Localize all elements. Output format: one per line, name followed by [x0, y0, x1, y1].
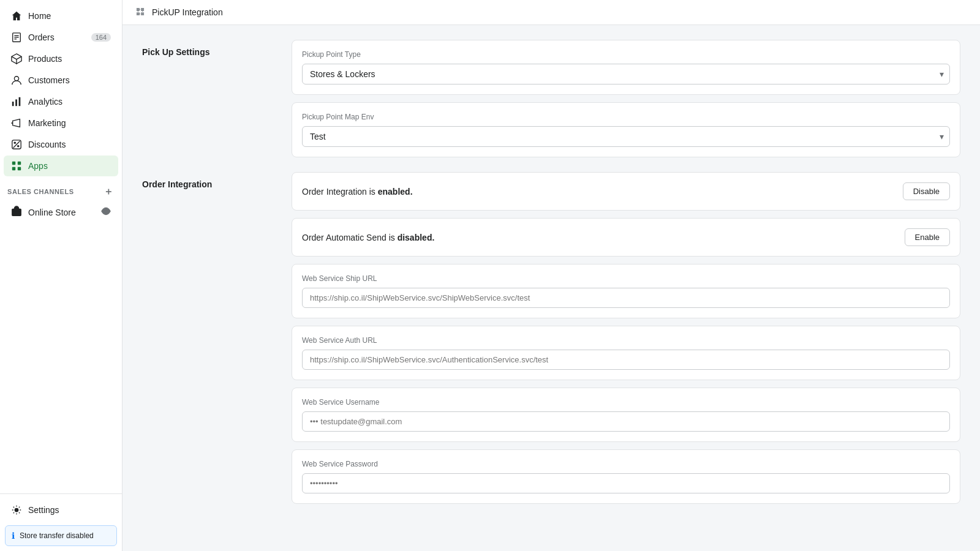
apps-icon [11, 160, 22, 171]
home-icon [11, 10, 22, 21]
sidebar-item-home-label: Home [28, 11, 51, 21]
sidebar-item-settings[interactable]: Settings [4, 500, 118, 520]
sidebar-item-orders-label: Orders [28, 32, 55, 42]
sales-channels-section-header: SALES CHANNELS ＋ [0, 177, 122, 200]
order-integration-status-word: enabled. [378, 187, 413, 197]
sidebar-item-apps-label: Apps [28, 161, 48, 171]
pickup-point-type-card: Pickup Point Type Stores & Lockers Store… [292, 40, 960, 95]
web-service-auth-url-card: Web Service Auth URL [292, 326, 960, 380]
sidebar-item-analytics-label: Analytics [28, 97, 62, 107]
analytics-icon [11, 96, 22, 107]
sales-channels-label: SALES CHANNELS [7, 188, 74, 195]
web-service-ship-url-card: Web Service Ship URL [292, 264, 960, 318]
sidebar-item-analytics[interactable]: Analytics [4, 91, 118, 112]
marketing-icon [11, 118, 22, 129]
sidebar-item-products[interactable]: Products [4, 48, 118, 69]
content-area: Pick Up Settings Pickup Point Type Store… [123, 25, 980, 551]
web-service-password-label: Web Service Password [302, 460, 950, 468]
store-transfer-label: Store transfer disabled [20, 531, 94, 540]
sidebar-item-marketing-label: Marketing [28, 118, 66, 128]
pickup-point-map-env-select[interactable]: Test Production [302, 126, 950, 147]
sidebar-item-customers-label: Customers [28, 75, 70, 85]
svg-rect-7 [19, 97, 21, 106]
web-service-password-card: Web Service Password [292, 449, 960, 504]
disable-order-integration-button[interactable]: Disable [903, 182, 950, 200]
pickup-point-type-select[interactable]: Stores & Lockers Stores Only Lockers Onl… [302, 64, 950, 84]
svg-rect-13 [18, 162, 21, 165]
svg-rect-6 [15, 99, 17, 106]
topbar-app-icon [135, 6, 147, 18]
order-integration-label: Order Integration [142, 172, 277, 504]
svg-point-8 [11, 122, 12, 124]
pickup-point-type-label: Pickup Point Type [302, 50, 950, 59]
eye-icon[interactable] [101, 206, 111, 218]
topbar: PickUP Integration [123, 0, 980, 25]
order-integration-section: Order Integration Order Integration is e… [142, 172, 960, 504]
sidebar: Home Orders 164 Products Customers [0, 0, 123, 551]
svg-rect-5 [12, 102, 14, 106]
sidebar-item-online-store[interactable]: Online Store [4, 201, 118, 223]
pickup-point-map-env-select-wrapper: Test Production ▾ [302, 126, 950, 147]
sidebar-item-products-label: Products [28, 54, 62, 64]
pickup-point-type-select-wrapper: Stores & Lockers Stores Only Lockers Onl… [302, 64, 950, 84]
sidebar-item-discounts-label: Discounts [28, 140, 66, 149]
order-automatic-send-prefix: Order Automatic Send is [302, 233, 395, 242]
web-service-auth-url-label: Web Service Auth URL [302, 336, 950, 345]
pickup-point-map-env-card: Pickup Point Map Env Test Production ▾ [292, 102, 960, 157]
svg-point-9 [14, 142, 17, 144]
orders-badge: 164 [91, 33, 111, 42]
web-service-username-input[interactable] [302, 411, 950, 432]
sidebar-item-orders[interactable]: Orders 164 [4, 27, 118, 48]
pickup-settings-label: Pick Up Settings [142, 40, 277, 157]
web-service-username-label: Web Service Username [302, 398, 950, 407]
sidebar-item-discounts[interactable]: Discounts [4, 134, 118, 155]
svg-rect-15 [18, 167, 21, 170]
settings-icon [11, 504, 22, 515]
svg-rect-14 [12, 167, 15, 170]
sidebar-item-customers[interactable]: Customers [4, 70, 118, 91]
svg-point-18 [105, 210, 107, 212]
customers-icon [11, 75, 22, 86]
sidebar-item-home[interactable]: Home [4, 6, 118, 26]
svg-point-19 [15, 508, 18, 511]
web-service-password-input[interactable] [302, 473, 950, 493]
orders-icon [11, 32, 22, 43]
pickup-settings-section: Pick Up Settings Pickup Point Type Store… [142, 40, 960, 157]
svg-rect-12 [12, 162, 15, 165]
sidebar-item-online-store-label: Online Store [28, 208, 76, 217]
sidebar-bottom: Settings ℹ Store transfer disabled [0, 493, 122, 551]
order-integration-prefix: Order Integration is [302, 187, 375, 197]
pickup-settings-cards: Pickup Point Type Stores & Lockers Store… [292, 40, 960, 157]
order-automatic-send-status-word: disabled. [398, 233, 435, 242]
order-automatic-send-status-text: Order Automatic Send is disabled. [302, 233, 434, 242]
svg-point-4 [14, 77, 18, 81]
order-automatic-send-row: Order Automatic Send is disabled. Enable [302, 228, 950, 246]
order-automatic-send-card: Order Automatic Send is disabled. Enable [292, 218, 960, 257]
order-integration-status-row: Order Integration is enabled. Disable [302, 182, 950, 200]
pickup-point-map-env-label: Pickup Point Map Env [302, 113, 950, 121]
store-transfer-banner: ℹ Store transfer disabled [5, 525, 117, 546]
info-icon: ℹ [12, 531, 15, 541]
sidebar-item-marketing[interactable]: Marketing [4, 113, 118, 133]
online-store-icon [11, 206, 22, 219]
sidebar-item-apps[interactable]: Apps [4, 156, 118, 176]
topbar-title: PickUP Integration [152, 7, 223, 17]
svg-point-10 [17, 145, 20, 148]
main-area: PickUP Integration Pick Up Settings Pick… [123, 0, 980, 551]
web-service-ship-url-label: Web Service Ship URL [302, 274, 950, 283]
order-integration-cards: Order Integration is enabled. Disable Or… [292, 172, 960, 504]
enable-order-automatic-send-button[interactable]: Enable [905, 228, 950, 246]
discounts-icon [11, 139, 22, 150]
sidebar-nav: Home Orders 164 Products Customers [0, 0, 122, 493]
web-service-ship-url-input[interactable] [302, 288, 950, 308]
products-icon [11, 53, 22, 64]
web-service-auth-url-input[interactable] [302, 350, 950, 370]
order-integration-status-card: Order Integration is enabled. Disable [292, 172, 960, 211]
add-sales-channel-icon[interactable]: ＋ [102, 186, 115, 198]
svg-rect-16 [12, 209, 21, 216]
order-integration-status-text: Order Integration is enabled. [302, 187, 413, 197]
sidebar-item-settings-label: Settings [28, 505, 59, 515]
web-service-username-card: Web Service Username [292, 388, 960, 442]
